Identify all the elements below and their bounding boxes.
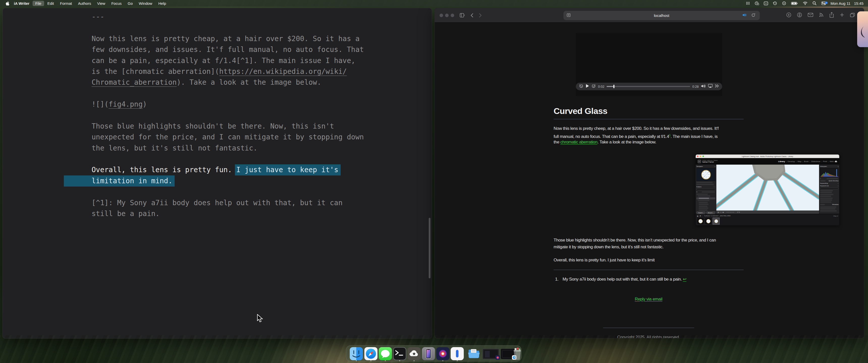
active-app-name: iA Writer <box>14 1 30 5</box>
seek-bar[interactable] <box>607 86 690 87</box>
editor-line: [^1]: My Sony a7ii body does help out wi… <box>92 197 427 208</box>
zoom-button[interactable] <box>451 13 454 17</box>
footer-divider <box>603 328 694 328</box>
editor-line: limitation in mind. <box>92 175 427 186</box>
menu-focus[interactable]: Focus <box>108 1 124 6</box>
editor-line: ![](fig4.png) <box>92 99 427 110</box>
reload-icon[interactable] <box>751 13 755 18</box>
dock-trash-icon[interactable] <box>512 347 523 360</box>
lr-header: Lr Adobe Lightroom ClassicNathan Palmer … <box>696 158 839 165</box>
browser-toolbar: localhost <box>435 8 864 23</box>
back-button-icon[interactable] <box>471 13 473 18</box>
dock-messages-icon[interactable] <box>379 347 392 360</box>
minimize-button[interactable] <box>445 13 448 17</box>
dock-iphone-mirroring-icon[interactable] <box>422 347 435 360</box>
lightroom-logo: Lr <box>698 160 701 163</box>
airplay-icon[interactable] <box>708 84 713 89</box>
menubar-date[interactable]: Mon Aug 11 <box>831 1 850 5</box>
menu-help[interactable]: Help <box>155 1 169 6</box>
copyright-text: Copyright 2025. All rights reserved. <box>554 335 744 338</box>
divider <box>554 119 744 119</box>
downloads-icon[interactable] <box>786 12 791 19</box>
lr-photo-skylight <box>716 165 819 210</box>
dock-safari-icon[interactable] <box>364 347 377 360</box>
desktop: iA Writer File Edit Format Authors View … <box>0 0 868 363</box>
image-file-link[interactable]: fig4.png <box>108 100 143 108</box>
web-page: 15 15 0:02 0:28 Curved Glass Now this le… <box>435 23 864 338</box>
address-bar[interactable]: localhost <box>563 11 760 20</box>
dock-cloud-star-app-icon[interactable] <box>407 347 421 360</box>
dock-downloads-folder-icon[interactable] <box>467 347 480 360</box>
wikipedia-url-link[interactable]: Chromatic_aberration <box>92 78 177 87</box>
screen-time-icon[interactable] <box>755 1 759 5</box>
wifi-icon[interactable] <box>803 1 808 5</box>
sidebar-toggle-icon[interactable] <box>460 13 465 18</box>
volume-icon[interactable] <box>701 84 706 89</box>
reply-container: Reply via email <box>554 296 744 302</box>
wikipedia-url-link[interactable]: https://en.wikipedia.org/wiki/ <box>219 67 347 76</box>
editor-line: few downsides, and issues. It'f full man… <box>92 44 427 55</box>
dock-terminal-icon[interactable] <box>393 347 406 360</box>
paragraph: Those blue highlights shouldn’t be there… <box>554 237 716 250</box>
lr-right-panel: Histogram▾ □ Quick Develop <box>819 165 839 214</box>
reply-via-email-link[interactable]: Reply via email <box>635 297 662 301</box>
selected-text: I just have to keep it's <box>235 164 341 175</box>
forward-button-icon[interactable] <box>479 13 482 18</box>
editor-line: Chromatic_aberration). Take a look at th… <box>92 77 427 88</box>
apple-menu-icon[interactable] <box>5 1 9 5</box>
dock-finder-icon[interactable] <box>350 347 363 360</box>
footnote-backref-link[interactable]: ↩ <box>683 277 687 282</box>
display-icon[interactable] <box>764 1 768 5</box>
now-playing-icon[interactable] <box>782 1 786 5</box>
editor-line: is the [chromatic aberration](https://en… <box>92 66 427 77</box>
new-tab-icon[interactable] <box>840 12 844 18</box>
dock-separator <box>463 348 463 360</box>
menu-edit[interactable]: Edit <box>45 1 57 6</box>
selected-text: limitation in mind. <box>64 175 175 187</box>
menu-format[interactable]: Format <box>57 1 75 6</box>
grid-menu-icon[interactable] <box>746 1 750 5</box>
menu-authors[interactable]: Authors <box>75 1 94 6</box>
menu-file[interactable]: File <box>33 1 44 6</box>
svg-text:15: 15 <box>593 86 594 87</box>
editor-scrollbar[interactable] <box>429 218 431 278</box>
play-button-icon[interactable] <box>586 84 589 89</box>
dock-media-app-icon[interactable] <box>436 347 450 360</box>
paragraph: Overall, this lens is pretty fun. I just… <box>554 257 654 263</box>
lr-navigator-preview <box>696 168 715 181</box>
audio-playing-icon[interactable] <box>742 13 747 18</box>
safari-window: localhost 15 <box>434 8 864 338</box>
menu-window[interactable]: Window <box>136 1 155 6</box>
menu-go[interactable]: Go <box>125 1 135 6</box>
spotlight-search-icon[interactable] <box>812 1 816 5</box>
markdown-editor[interactable]: --- Now this lens is pretty cheap, at a … <box>92 11 427 219</box>
editor-line: Now this lens is pretty cheap, at a hair… <box>92 33 427 44</box>
dock <box>346 345 522 362</box>
reader-icon[interactable] <box>567 13 570 18</box>
playback-more-icon[interactable] <box>715 84 719 89</box>
mail-icon[interactable] <box>808 13 813 18</box>
privacy-report-icon[interactable] <box>797 12 802 19</box>
dock-ia-writer-icon[interactable] <box>451 347 464 360</box>
location-indicator-icon <box>825 1 828 4</box>
time-machine-icon[interactable] <box>773 1 777 5</box>
rss-icon[interactable] <box>819 12 824 18</box>
edge-widget-card[interactable] <box>857 11 868 47</box>
menubar-clock[interactable]: 15:45 <box>854 1 864 5</box>
seek-handle[interactable] <box>613 85 614 88</box>
close-button[interactable] <box>439 13 443 17</box>
editor-line: Those blue highlights shouldn't be there… <box>92 121 427 132</box>
skip-back-15-icon[interactable]: 15 <box>579 84 583 89</box>
share-icon[interactable] <box>829 12 834 19</box>
ia-writer-window: --- Now this lens is pretty cheap, at a … <box>2 8 432 338</box>
dock-minimized-window[interactable] <box>483 349 499 359</box>
chromatic-aberration-link[interactable]: chromatic aberration <box>560 140 597 144</box>
lr-histogram <box>820 168 838 177</box>
tab-overview-icon[interactable] <box>850 13 855 18</box>
menu-view[interactable]: View <box>94 1 108 6</box>
lr-selected-folder <box>696 197 715 199</box>
skip-forward-15-icon[interactable]: 15 <box>591 84 596 89</box>
footnote-item: 1. My Sony a7ii body does help out with … <box>555 276 686 283</box>
mouse-cursor <box>257 314 264 323</box>
paragraph: Now this lens is pretty cheep, at a hair… <box>554 125 719 145</box>
